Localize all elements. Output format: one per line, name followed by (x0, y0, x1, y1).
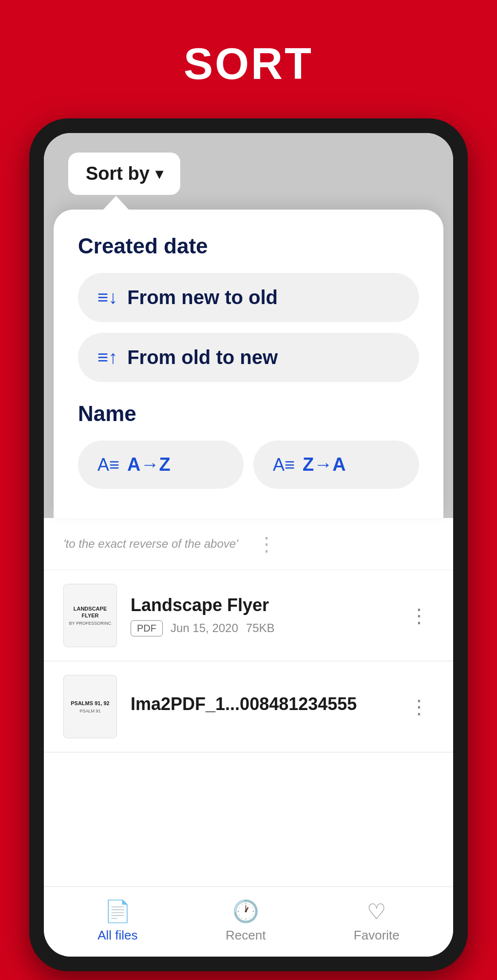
page-title: SORT (184, 39, 313, 89)
file-info-2: Ima2PDF_1...008481234555 (131, 694, 391, 719)
file-meta-1: PDF Jun 15, 2020 75KB (131, 620, 391, 636)
thumb-subtitle-1: BY PROFESSORINC (69, 621, 111, 626)
name-section: Name A≡ A→Z A≡ Z→A (78, 402, 419, 489)
thumb-title-2: PSALMS 91, 92 (71, 700, 109, 707)
file-thumbnail-2: PSALMS 91, 92 PSALM 91 (63, 675, 117, 738)
sort-a-to-z-option[interactable]: A≡ A→Z (78, 441, 244, 489)
sort-z-to-a-label: Z→A (303, 454, 346, 475)
az-icon: A≡ (97, 455, 119, 475)
sort-old-to-new-option[interactable]: ≡↑ From old to new (78, 333, 419, 382)
favorite-label: Favorite (354, 928, 400, 943)
thumb-subtitle-2: PSALM 91 (79, 709, 100, 713)
sort-new-to-old-option[interactable]: ≡↓ From new to old (78, 273, 419, 322)
more-options-icon[interactable]: ⋮ (252, 528, 281, 560)
all-files-label: All files (97, 928, 137, 943)
file-name-2: Ima2PDF_1...008481234555 (131, 694, 391, 714)
nav-item-recent[interactable]: 🕐 Recent (226, 899, 266, 943)
name-options-row: A≡ A→Z A≡ Z→A (78, 441, 419, 489)
file-thumbnail: LANDSCAPE FLYER BY PROFESSORINC (63, 584, 117, 647)
bottom-nav: 📄 All files 🕐 Recent ♡ Favorite (44, 886, 453, 957)
phone-frame: Sort by ▾ Created date ≡↓ From new to ol… (29, 118, 468, 971)
sort-up-icon: ≡↑ (97, 347, 117, 368)
nav-item-all-files[interactable]: 📄 All files (97, 899, 137, 943)
thumb-title-1: LANDSCAPE FLYER (68, 605, 113, 619)
sort-dropdown-panel: Created date ≡↓ From new to old ≡↑ From … (54, 210, 443, 518)
sort-by-label: Sort by (86, 163, 150, 184)
more-options-icon-2[interactable]: ⋮ (404, 691, 434, 723)
sort-a-to-z-label: A→Z (127, 454, 171, 475)
sort-z-to-a-option[interactable]: A≡ Z→A (253, 441, 419, 489)
file-type-badge-1: PDF (131, 620, 163, 636)
name-section-title: Name (78, 402, 419, 426)
sort-new-to-old-label: From new to old (127, 287, 278, 308)
favorite-icon: ♡ (367, 899, 386, 924)
phone-screen: Sort by ▾ Created date ≡↓ From new to ol… (44, 133, 453, 957)
nav-item-favorite[interactable]: ♡ Favorite (354, 899, 400, 943)
more-options-icon-1[interactable]: ⋮ (404, 599, 434, 632)
za-icon: A≡ (273, 455, 295, 475)
sort-old-to-new-label: From old to new (127, 346, 278, 368)
file-size-1: 75KB (246, 621, 275, 635)
recent-label: Recent (226, 928, 266, 943)
created-date-section-title: Created date (78, 234, 419, 258)
partial-content: 'to the exact reverse of the above' ⋮ (44, 518, 453, 570)
sort-down-icon: ≡↓ (97, 287, 117, 308)
all-files-icon: 📄 (104, 899, 131, 924)
file-name-1: Landscape Flyer (131, 595, 391, 615)
chevron-down-icon: ▾ (155, 165, 163, 182)
partial-text: 'to the exact reverse of the above' (63, 537, 238, 551)
sort-by-button[interactable]: Sort by ▾ (68, 153, 180, 195)
table-row: PSALMS 91, 92 PSALM 91 Ima2PDF_1...00848… (44, 661, 453, 752)
file-info-1: Landscape Flyer PDF Jun 15, 2020 75KB (131, 595, 391, 636)
file-list: 'to the exact reverse of the above' ⋮ LA… (44, 518, 453, 886)
table-row: LANDSCAPE FLYER BY PROFESSORINC Landscap… (44, 570, 453, 661)
file-date-1: Jun 15, 2020 (171, 621, 238, 635)
recent-icon: 🕐 (232, 899, 259, 924)
